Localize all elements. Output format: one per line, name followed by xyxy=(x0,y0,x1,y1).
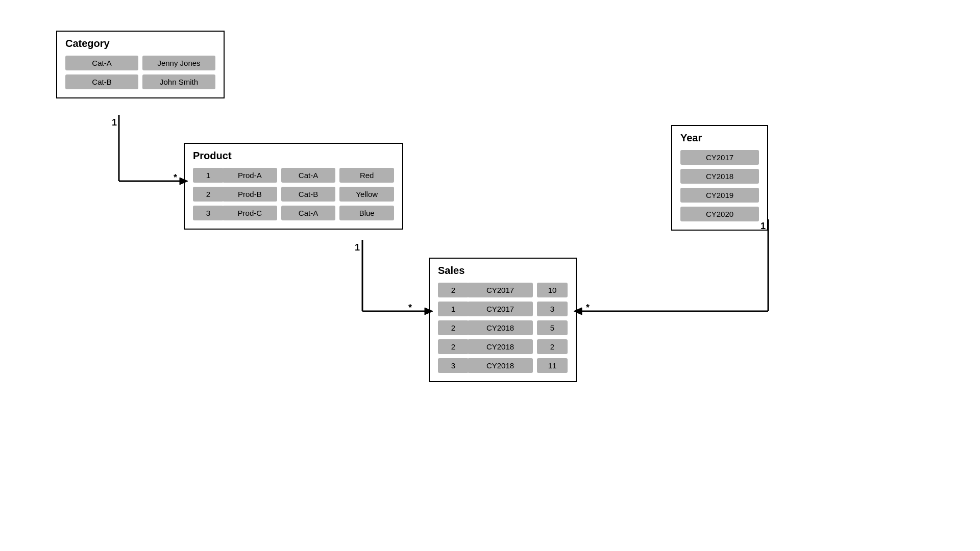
svg-marker-5 xyxy=(425,308,433,315)
svg-marker-8 xyxy=(574,308,582,315)
cardinality-label-1: 1 xyxy=(112,117,117,128)
cardinality-label-1c: 1 xyxy=(761,221,766,232)
cardinality-label-1b: 1 xyxy=(355,242,360,253)
svg-marker-2 xyxy=(180,178,188,185)
connectors-svg xyxy=(0,0,980,551)
cardinality-label-star: * xyxy=(174,172,177,183)
cardinality-label-star-b: * xyxy=(408,303,412,313)
cardinality-label-star-c: * xyxy=(586,303,590,313)
